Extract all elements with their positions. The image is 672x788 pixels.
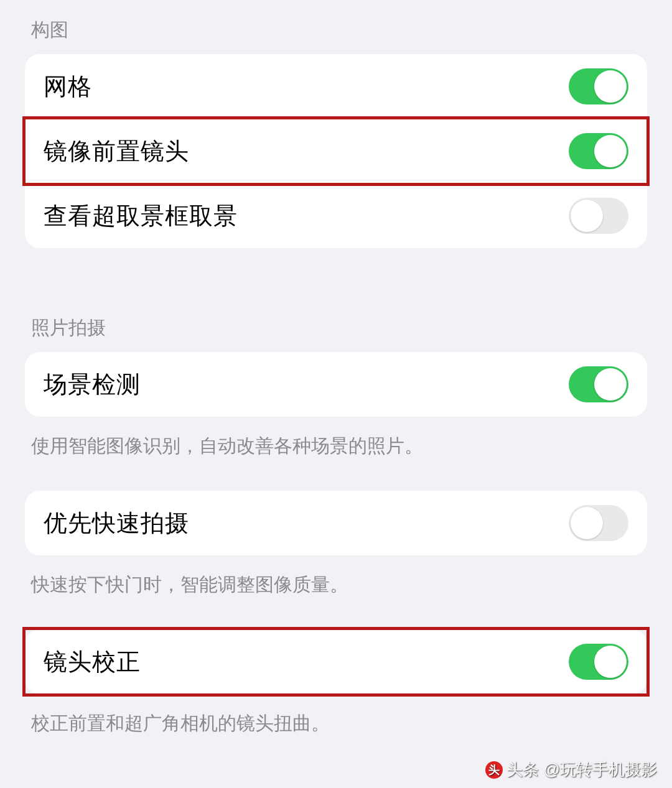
label-lens-correction: 镜头校正 (44, 646, 141, 678)
note-prioritize-faster: 快速按下快门时，智能调整图像质量。 (25, 555, 647, 598)
toggle-mirror-front-camera[interactable] (569, 133, 628, 169)
label-view-outside-frame: 查看超取景框取景 (44, 200, 238, 232)
watermark-text: 头条 @玩转手机摄影 (506, 759, 657, 781)
group-lens-correction: 镜头校正 (25, 629, 647, 694)
section-header-composition: 构图 (25, 0, 647, 54)
row-view-outside-frame[interactable]: 查看超取景框取景 (25, 183, 647, 248)
group-prioritize-faster: 优先快速拍摄 (25, 491, 647, 555)
label-grid: 网格 (44, 71, 92, 103)
toggle-scene-detection[interactable] (569, 366, 628, 402)
toggle-lens-correction[interactable] (569, 644, 628, 680)
toggle-grid[interactable] (569, 68, 628, 104)
row-scene-detection[interactable]: 场景检测 (25, 352, 647, 417)
section-header-photo-capture: 照片拍摄 (25, 298, 647, 352)
toggle-view-outside-frame[interactable] (569, 198, 628, 234)
row-grid[interactable]: 网格 (25, 54, 647, 119)
group-scene-detection: 场景检测 (25, 352, 647, 417)
row-lens-correction[interactable]: 镜头校正 (25, 629, 647, 694)
label-scene-detection: 场景检测 (44, 369, 141, 401)
row-prioritize-faster[interactable]: 优先快速拍摄 (25, 491, 647, 555)
label-prioritize-faster: 优先快速拍摄 (44, 508, 189, 539)
note-scene-detection: 使用智能图像识别，自动改善各种场景的照片。 (25, 417, 647, 460)
watermark: 头 头条 @玩转手机摄影 (485, 759, 657, 781)
group-composition: 网格 镜像前置镜头 查看超取景框取景 (25, 54, 647, 248)
note-lens-correction: 校正前置和超广角相机的镜头扭曲。 (25, 694, 647, 737)
watermark-icon: 头 (485, 761, 503, 779)
toggle-prioritize-faster[interactable] (569, 505, 628, 541)
row-mirror-front-camera[interactable]: 镜像前置镜头 (25, 119, 647, 183)
label-mirror-front-camera: 镜像前置镜头 (44, 136, 189, 167)
